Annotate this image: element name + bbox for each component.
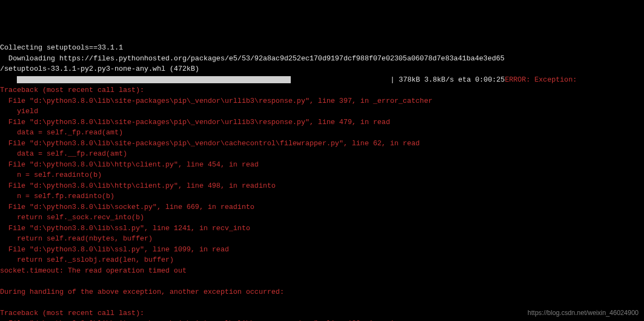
tb-code-6: return self._sock.recv_into(b) — [0, 213, 144, 221]
tb-code-7: return self.read(nbytes, buffer) — [0, 234, 153, 243]
watermark: https://blog.csdn.net/weixin_46024900 — [528, 308, 639, 318]
tb-file-5: File "d:\python3.8.0\lib\http\client.py"… — [0, 182, 276, 190]
progress-line: | 378kB 3.8kB/s eta 0:00:25ERROR: Except… — [0, 76, 577, 84]
during-line: During handling of the above exception, … — [0, 288, 284, 296]
tb-code-3: data = self.__fp.read(amt) — [0, 150, 127, 158]
tb-file-7: File "d:\python3.8.0\lib\ssl.py", line 1… — [0, 224, 250, 232]
traceback-1: Traceback (most recent call last): — [0, 86, 144, 94]
tb-code-1: yield — [0, 107, 38, 115]
progress-stats: | 378kB 3.8kB/s eta 0:00:25 — [390, 76, 505, 84]
collecting-line: Collecting setuptools==33.1.1 — [0, 44, 123, 52]
tb-file-4: File "d:\python3.8.0\lib\http\client.py"… — [0, 160, 259, 169]
timeout-line: socket.timeout: The read operation timed… — [0, 267, 186, 275]
tb-code-2: data = self._fp.read(amt) — [0, 128, 123, 137]
tb-code-8: return self._sslobj.read(len, buffer) — [0, 256, 174, 264]
downloading-line: Downloading https://files.pythonhosted.o… — [0, 54, 504, 63]
whl-line: /setuptools-33.1.1-py2.py3-none-any.whl … — [0, 65, 199, 73]
tb-file-8: File "d:\python3.8.0\lib\ssl.py", line 1… — [0, 245, 229, 254]
error-label: ERROR: Exception: — [505, 76, 577, 84]
progress-bar — [17, 75, 369, 85]
tb-code-4: n = self.readinto(b) — [0, 171, 102, 179]
tb-file-1: File "d:\python3.8.0\lib\site-packages\p… — [0, 97, 433, 105]
tb-file-2: File "d:\python3.8.0\lib\site-packages\p… — [0, 118, 390, 126]
tb-file-3: File "d:\python3.8.0\lib\site-packages\p… — [0, 139, 420, 147]
terminal[interactable]: Collecting setuptools==33.1.1 Downloadin… — [0, 42, 644, 321]
traceback-2: Traceback (most recent call last): — [0, 309, 144, 317]
tb-code-5: n = self.fp.readinto(b) — [0, 192, 115, 200]
tb-file-6: File "d:\python3.8.0\lib\socket.py", lin… — [0, 203, 254, 211]
progress-prefix — [0, 76, 17, 84]
